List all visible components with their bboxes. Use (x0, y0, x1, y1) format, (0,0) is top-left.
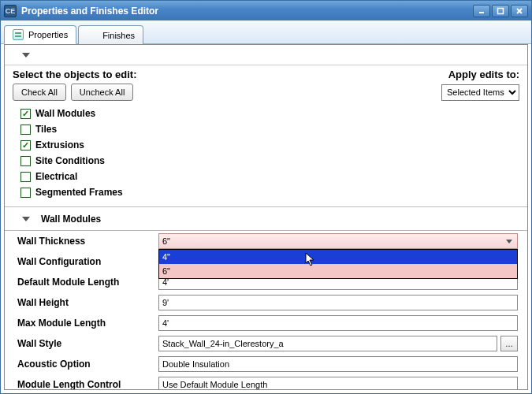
title-bar: CE Properties and Finishes Editor (1, 1, 531, 20)
content-panel: Select the objects to edit: Apply edits … (4, 44, 528, 390)
tab-properties[interactable]: Properties (4, 25, 76, 44)
wall-style-label: Wall Style (5, 338, 158, 349)
check-item-site-conditions[interactable]: Site Conditions (20, 153, 519, 169)
wall-thickness-label: Wall Thickness (5, 236, 158, 247)
tab-finishes[interactable]: Finishes (78, 25, 143, 44)
checkbox-icon (20, 140, 31, 151)
checkbox-icon (20, 109, 31, 119)
minimize-button[interactable] (473, 5, 490, 17)
wall-configuration-label: Wall Configuration (5, 256, 158, 267)
wall-thickness-dropdown: 4" 6" (158, 249, 518, 279)
dropdown-option-6in[interactable]: 6" (159, 264, 517, 278)
check-label: Site Conditions (35, 155, 105, 166)
acoustic-option-input[interactable] (158, 356, 518, 372)
checkbox-icon (20, 172, 31, 182)
check-label: Wall Modules (35, 108, 95, 119)
wall-style-browse-button[interactable]: … (500, 336, 518, 351)
section-title: Wall Modules (41, 214, 101, 225)
chevron-down-icon (22, 217, 30, 221)
panel-toggle[interactable] (5, 45, 527, 65)
checkbox-icon (20, 188, 31, 198)
check-item-tiles[interactable]: Tiles (20, 121, 519, 137)
finishes-icon (87, 30, 98, 41)
check-label: Extrusions (35, 139, 84, 151)
checkbox-icon (20, 125, 31, 135)
check-label: Segmented Frames (35, 187, 123, 198)
svg-rect-1 (498, 8, 504, 13)
tab-label: Properties (28, 30, 68, 39)
app-icon: CE (4, 5, 17, 17)
dropdown-option-4in[interactable]: 4" (159, 250, 517, 264)
window-frame: CE Properties and Finishes Editor Proper… (0, 0, 532, 394)
wall-modules-form: Wall Thickness 6" 4" 6" Wall Configurati… (5, 230, 527, 390)
check-all-button[interactable]: Check All (13, 84, 66, 101)
tab-bar: Properties Finishes (1, 20, 531, 44)
tab-label: Finishes (102, 31, 135, 40)
max-module-length-label: Max Module Length (5, 318, 158, 329)
uncheck-all-button[interactable]: Uncheck All (71, 84, 133, 101)
select-objects-label: Select the objects to edit: (13, 69, 136, 80)
check-label: Tiles (35, 124, 57, 135)
section-header-wall-modules[interactable]: Wall Modules (5, 206, 527, 230)
check-item-segmented-frames[interactable]: Segmented Frames (20, 184, 519, 200)
button-label: Check All (21, 87, 58, 97)
acoustic-option-label: Acoustic Option (5, 359, 158, 370)
max-module-length-input[interactable] (158, 315, 518, 331)
module-length-control-label: Module Length Control (5, 379, 158, 390)
wall-height-input[interactable] (158, 295, 518, 310)
check-item-electrical[interactable]: Electrical (20, 169, 519, 184)
maximize-button[interactable] (492, 5, 509, 17)
checkbox-icon (20, 156, 31, 166)
check-label: Electrical (35, 171, 77, 182)
module-length-control-input[interactable] (158, 377, 518, 390)
selection-section: Select the objects to edit: Apply edits … (5, 65, 527, 206)
option-label: 6" (162, 266, 170, 276)
default-module-length-label: Default Module Length (5, 277, 158, 288)
properties-icon (13, 29, 24, 40)
chevron-down-icon (22, 53, 30, 58)
window-title: Properties and Finishes Editor (21, 6, 473, 17)
combo-value: 6" (162, 236, 170, 246)
wall-style-input[interactable] (158, 336, 497, 351)
wall-thickness-select[interactable]: 6" (158, 233, 518, 249)
wall-height-label: Wall Height (5, 297, 158, 308)
apply-edits-label: Apply edits to: (448, 69, 519, 80)
check-item-extrusions[interactable]: Extrusions (20, 137, 519, 153)
apply-target-select[interactable]: Selected Items (441, 84, 519, 101)
button-label: Uncheck All (80, 87, 125, 97)
check-item-wall-modules[interactable]: Wall Modules (20, 106, 519, 121)
close-button[interactable] (511, 5, 528, 17)
object-checklist: Wall Modules Tiles Extrusions Site Condi… (13, 106, 519, 206)
option-label: 4" (162, 252, 170, 262)
